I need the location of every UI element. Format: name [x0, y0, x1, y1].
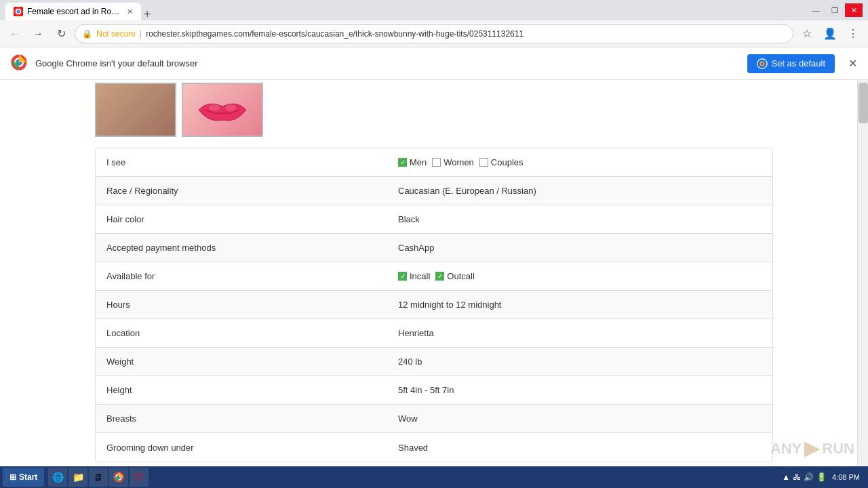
tab-close-button[interactable]: ✕: [127, 7, 133, 16]
taskbar-app-chrome[interactable]: [109, 468, 128, 487]
taskbar-app-desktop[interactable]: 🖥: [89, 468, 108, 487]
refresh-button[interactable]: ↻: [52, 24, 71, 43]
watermark-text2: RUN: [822, 440, 854, 458]
table-row: I see✓MenWomenCouples: [96, 148, 772, 177]
profile-button[interactable]: 👤: [821, 24, 840, 43]
navigation-bar: ← → ↻ 🔒 Not secure | rochester.skipthega…: [0, 20, 868, 47]
row-label: Weight: [96, 350, 387, 373]
url-text: rochester.skipthegames.com/female-escort…: [146, 29, 786, 39]
checkbox-label: Women: [443, 157, 474, 167]
table-row: Hair colorBlack: [96, 205, 772, 234]
svg-point-11: [225, 104, 236, 111]
row-value: Black: [387, 207, 772, 231]
set-default-label: Set as default: [772, 58, 826, 68]
taskbar-app-folder[interactable]: 📁: [68, 468, 87, 487]
address-bar[interactable]: 🔒 Not secure | rochester.skipthegames.co…: [75, 24, 793, 43]
checkbox-label: Incall: [410, 271, 430, 281]
thumbnail-2[interactable]: [182, 83, 263, 137]
forward-icon: →: [33, 28, 43, 40]
watermark-play-icon: ▶: [804, 437, 819, 460]
window-close-button[interactable]: ✕: [845, 3, 863, 17]
table-row: BreastsWow: [96, 405, 772, 433]
row-label: Hair color: [96, 207, 387, 231]
table-row: LocationHenrietta: [96, 319, 772, 348]
row-label: I see: [96, 150, 387, 174]
images-section: [0, 80, 868, 142]
row-label: Breasts: [96, 407, 387, 430]
row-value: Caucasian (E. European / Russian): [387, 179, 772, 203]
tab-title: Female escort ad in Rochester, New...: [27, 7, 120, 16]
tray-power-icon: 🔋: [816, 472, 827, 482]
checkbox[interactable]: ✓: [435, 272, 444, 281]
refresh-icon: ↻: [57, 27, 66, 40]
system-clock: 4:08 PM: [832, 472, 860, 482]
start-icon: ⊞: [9, 472, 16, 482]
tab-bar: Female escort ad in Rochester, New... ✕ …: [5, 0, 151, 20]
table-row: Weight240 lb: [96, 348, 772, 376]
tray-arrow-icon[interactable]: ▲: [782, 472, 790, 482]
taskbar: ⊞ Start 🌐 📁 🖥 🛡 ▲ 🖧 🔊 🔋 4:08 PM: [0, 466, 868, 488]
svg-point-2: [16, 9, 20, 13]
taskbar-app-security[interactable]: 🛡: [130, 468, 149, 487]
clock-time: 4:08 PM: [832, 472, 860, 482]
checkbox[interactable]: [479, 158, 488, 167]
set-default-button[interactable]: Set as default: [747, 54, 835, 73]
row-label: Available for: [96, 264, 387, 288]
shield-icon: [757, 58, 768, 69]
checkbox[interactable]: ✓: [398, 158, 407, 167]
start-label: Start: [19, 472, 37, 482]
row-value: 5ft 4in - 5ft 7in: [387, 378, 772, 402]
minimize-button[interactable]: —: [807, 3, 825, 17]
row-value: CashApp: [387, 236, 772, 260]
banner-close-button[interactable]: ✕: [848, 57, 857, 70]
taskbar-app-ie[interactable]: 🌐: [48, 468, 67, 487]
checkbox-label: Outcall: [447, 271, 474, 281]
row-value: Shaved: [387, 436, 772, 460]
bookmark-button[interactable]: ☆: [797, 24, 816, 43]
checkbox-item: Women: [432, 157, 474, 167]
url-separator: |: [140, 29, 142, 39]
chrome-logo: [11, 54, 27, 73]
active-tab[interactable]: Female escort ad in Rochester, New... ✕: [5, 3, 141, 20]
start-button[interactable]: ⊞ Start: [3, 468, 44, 487]
tray-volume-icon: 🔊: [804, 472, 814, 482]
scrollbar[interactable]: [857, 80, 868, 466]
window-controls: — ❐ ✕: [807, 3, 863, 17]
system-tray: ▲ 🖧 🔊 🔋 4:08 PM: [782, 472, 865, 482]
back-button[interactable]: ←: [5, 24, 24, 43]
row-label: Race / Regionality: [96, 179, 387, 203]
thumbnail-1[interactable]: [95, 83, 176, 137]
new-tab-button[interactable]: +: [144, 8, 151, 20]
security-label: Not secure: [96, 29, 136, 39]
checkbox-label: Men: [410, 157, 427, 167]
table-row: Accepted payment methodsCashApp: [96, 234, 772, 262]
row-value: ✓MenWomenCouples: [387, 150, 772, 174]
chrome-menu-button[interactable]: ⋮: [844, 24, 863, 43]
maximize-button[interactable]: ❐: [826, 3, 844, 17]
security-icon: 🔒: [82, 29, 92, 39]
row-label: Height: [96, 378, 387, 402]
row-value: Henrietta: [387, 321, 772, 345]
checkbox-item: ✓Incall: [398, 271, 430, 281]
row-value: ✓Incall✓Outcall: [387, 264, 772, 288]
table-row: Hours12 midnight to 12 midnight: [96, 291, 772, 319]
checkbox-item: ✓Outcall: [435, 271, 474, 281]
banner-message: Google Chrome isn't your default browser: [35, 58, 739, 68]
row-label: Hours: [96, 293, 387, 317]
tray-icons: ▲ 🖧 🔊 🔋: [782, 472, 827, 482]
checkbox-item: ✓Men: [398, 157, 427, 167]
checkbox-group: ✓Incall✓Outcall: [398, 271, 475, 281]
checkbox-group: ✓MenWomenCouples: [398, 157, 524, 167]
taskbar-apps: 🌐 📁 🖥 🛡: [48, 468, 149, 487]
checkbox[interactable]: [432, 158, 441, 167]
titlebar: Female escort ad in Rochester, New... ✕ …: [0, 0, 868, 20]
checkbox-item: Couples: [479, 157, 524, 167]
scroll-thumb[interactable]: [859, 83, 868, 123]
forward-button[interactable]: →: [28, 24, 47, 43]
info-table: I see✓MenWomenCouplesRace / RegionalityC…: [95, 148, 773, 462]
table-row: Available for✓Incall✓Outcall: [96, 262, 772, 291]
checkbox[interactable]: ✓: [398, 272, 407, 281]
row-label: Grooming down under: [96, 436, 387, 460]
back-icon: ←: [9, 28, 20, 40]
svg-point-10: [209, 104, 220, 111]
